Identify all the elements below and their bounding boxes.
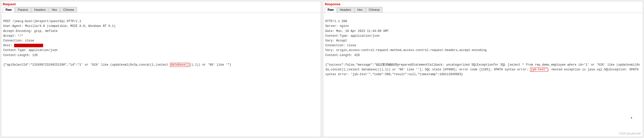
request-content: POST /jeecg-boot/jmreport/questSql HTTP/… (1, 13, 321, 137)
response-lines: HTTP/1.1 200 Server: nginx Date: Mon, 10… (325, 20, 640, 76)
response-tab-raw[interactable]: Raw (325, 7, 337, 13)
response-content: HTTP/1.1 200 Server: nginx Date: Mon, 10… (323, 13, 643, 137)
response-panel: Response Raw Headers Hex Chinese HTTP/1.… (323, 1, 643, 137)
response-tab-bar: Raw Headers Hex Chinese (325, 7, 641, 13)
request-tab-params[interactable]: Params (15, 7, 31, 13)
red-dot: • (630, 115, 633, 122)
request-title: Request (3, 2, 319, 6)
request-tab-bar: Raw Params Headers Hex Chinese (3, 7, 319, 13)
request-tab-raw[interactable]: Raw (3, 7, 15, 13)
watermark: CSDN @sublime88 (619, 132, 641, 136)
request-line1: POST /jeecg-boot/jmreport/questSql HTTP/… (3, 20, 231, 67)
response-tab-chinese[interactable]: Chinese (366, 7, 382, 13)
response-title: Response (325, 2, 641, 6)
host-redacted: ██████████ ████ (14, 44, 43, 47)
request-panel: Request Raw Params Headers Hex Chinese P… (1, 1, 321, 137)
response-tab-headers[interactable]: Headers (337, 7, 354, 13)
request-header: Request Raw Params Headers Hex Chinese (1, 1, 321, 13)
response-tab-hex[interactable]: Hex (354, 7, 365, 13)
response-header: Response Raw Headers Hex Chinese (323, 1, 643, 13)
jyb-test-highlight: jyb-test' (530, 68, 548, 72)
request-tab-hex[interactable]: Hex (49, 7, 60, 13)
database-highlight: database() (170, 63, 190, 67)
request-tab-headers[interactable]: Headers (31, 7, 48, 13)
request-tab-chinese[interactable]: Chinese (60, 7, 77, 13)
